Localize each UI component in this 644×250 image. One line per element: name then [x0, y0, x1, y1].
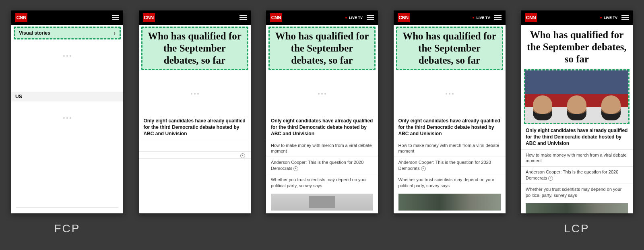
article-subhead[interactable]: Only eight candidates have already quali… — [139, 118, 251, 140]
loading-placeholder — [11, 39, 123, 72]
label-lcp: LCP — [521, 223, 633, 234]
related-link[interactable]: Whether you trust scientists may depend … — [266, 174, 378, 191]
menu-icon[interactable] — [621, 15, 629, 20]
hero-image — [525, 70, 559, 123]
section-visual-stories[interactable]: Visual stories — [19, 31, 50, 35]
frame-1: CNN Visual stories › US — [11, 10, 123, 213]
link-placeholder — [139, 140, 251, 151]
loading-placeholder — [394, 70, 506, 118]
article-headline[interactable]: Who has qualified for the September deba… — [397, 28, 502, 69]
related-link[interactable]: Anderson Cooper: This is the question fo… — [394, 157, 506, 174]
related-link[interactable]: How to make money with merch from a vira… — [394, 140, 506, 157]
hero-image — [559, 70, 594, 123]
label-fcp: FCP — [11, 223, 123, 234]
cnn-logo[interactable]: CNN — [398, 13, 410, 22]
link-placeholder — [139, 151, 251, 158]
cnn-logo[interactable]: CNN — [525, 13, 537, 22]
cnn-logo[interactable]: CNN — [270, 13, 282, 22]
lcp-candidate-highlight: Who has qualified for the September deba… — [141, 27, 248, 70]
related-link[interactable]: Anderson Cooper: This is the question fo… — [266, 157, 378, 174]
app-header: CNN LIVE TV — [521, 10, 633, 25]
play-icon — [240, 153, 245, 158]
frame-5: CNN LIVE TV Who has qualified for the Se… — [521, 10, 633, 213]
app-header: CNN — [11, 10, 123, 25]
menu-icon[interactable] — [112, 15, 119, 20]
related-link[interactable]: Whether you trust scientists may depend … — [521, 184, 633, 201]
live-tv-link[interactable]: LIVE TV — [600, 16, 617, 20]
related-link[interactable]: How to make money with merch from a vira… — [521, 149, 633, 167]
frame-4: CNN LIVE TV Who has qualified for the Se… — [394, 10, 506, 213]
live-tv-link[interactable]: LIVE TV — [345, 16, 363, 20]
image-loading — [271, 194, 373, 211]
article-subhead[interactable]: Only eight candidates have already quali… — [394, 118, 506, 140]
related-link[interactable]: Whether you trust scientists may depend … — [394, 174, 506, 191]
lcp-candidate-highlight: Who has qualified for the September deba… — [396, 27, 503, 70]
app-header: CNN — [139, 10, 251, 25]
app-header: CNN LIVE TV — [394, 10, 506, 25]
article-subhead[interactable]: Only eight candidates have already quali… — [521, 127, 633, 149]
cnn-logo[interactable]: CNN — [143, 13, 155, 22]
loading-placeholder — [139, 70, 251, 118]
live-dot-icon — [345, 17, 347, 19]
article-headline[interactable]: Who has qualified for the September deba… — [142, 28, 247, 69]
lcp-element-highlight — [524, 69, 630, 124]
play-icon — [548, 176, 553, 181]
hero-image — [594, 70, 628, 123]
lcp-candidate-highlight: Visual stories › — [14, 27, 121, 39]
partial-image — [526, 203, 628, 213]
play-icon — [421, 166, 426, 171]
related-link[interactable]: How to make money with merch from a vira… — [266, 140, 378, 157]
menu-icon[interactable] — [494, 15, 502, 20]
link-placeholder — [139, 158, 251, 170]
cnn-logo[interactable]: CNN — [15, 13, 27, 22]
menu-icon[interactable] — [367, 15, 374, 20]
loading-placeholder — [266, 70, 378, 118]
related-link[interactable]: Anderson Cooper: This is the question fo… — [521, 166, 633, 184]
partial-image — [398, 194, 501, 211]
frame-3: CNN LIVE TV Who has qualified for the Se… — [266, 10, 378, 213]
live-dot-icon — [600, 17, 602, 19]
play-icon — [293, 166, 298, 171]
section-us[interactable]: US — [11, 92, 123, 101]
metric-labels: FCP LCP — [11, 223, 633, 234]
article-headline[interactable]: Who has qualified for the September deba… — [270, 28, 374, 69]
chevron-right-icon[interactable]: › — [114, 30, 116, 36]
app-header: CNN LIVE TV — [266, 10, 378, 25]
article-subhead[interactable]: Only eight candidates have already quali… — [266, 118, 378, 140]
live-tv-link[interactable]: LIVE TV — [473, 16, 490, 20]
frame-2: CNN Who has qualified for the September … — [139, 10, 251, 213]
article-headline[interactable]: Who has qualified for the September deba… — [521, 25, 633, 68]
frames-row: CNN Visual stories › US CNN Who has qual… — [11, 10, 633, 213]
live-dot-icon — [473, 17, 474, 19]
lcp-candidate-highlight: Who has qualified for the September deba… — [268, 27, 376, 70]
menu-icon[interactable] — [239, 15, 247, 20]
loading-placeholder — [11, 101, 123, 134]
